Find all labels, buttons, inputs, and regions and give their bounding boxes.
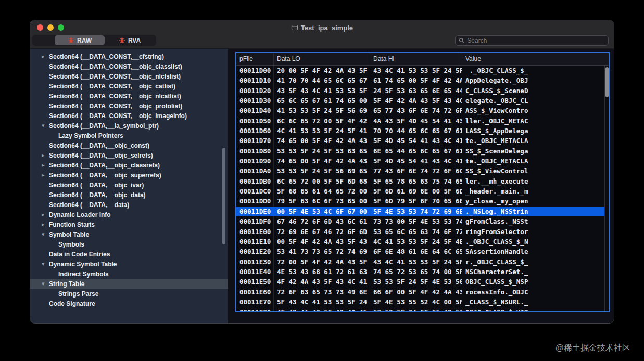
hex-row[interactable]: 00011DD079 5F 63 6C 6F 73 65 005F 6D 79 … <box>236 196 604 206</box>
sidebar-item[interactable]: Section64 (__DATA,__objc_const) <box>30 140 228 150</box>
chevron-right-icon[interactable]: ▸ <box>42 220 49 229</box>
hex-row[interactable]: 00011D9074 65 00 5F 4F 42 4A 435F 4D 45 … <box>236 156 604 166</box>
column-header-data-lo[interactable]: Data LO <box>274 53 370 65</box>
hex-row[interactable]: 00011D4041 53 53 5F 24 5F 56 6965 77 43 … <box>236 106 604 115</box>
hex-cell-lo: 4F 42 4A 43 5F 43 4C 41 <box>274 277 370 287</box>
hex-row[interactable]: 00011E6072 6F 63 65 73 73 49 6E66 6F 00 … <box>236 287 604 297</box>
sidebar-item[interactable]: ▾Dynamic Symbol Table <box>30 259 228 269</box>
sidebar-item[interactable]: Code Signature <box>30 299 228 308</box>
sidebar-item[interactable]: Section64 (__DATA_CONST,__objc_catlist) <box>30 81 228 91</box>
hex-row[interactable]: 00011E1000 5F 4F 42 4A 43 5F 434C 41 53 … <box>236 237 604 247</box>
tab-raw[interactable]: RAW <box>55 35 105 45</box>
column-header-value[interactable]: Value <box>462 53 609 65</box>
hex-row[interactable]: 00011E804F 42 4A 43 5F 43 4C 4153 53 5F … <box>236 307 604 311</box>
chevron-right-icon[interactable]: ▸ <box>42 170 49 180</box>
hex-row[interactable]: 00011DC05F 68 65 61 64 65 72 005F 6D 61 … <box>236 186 604 196</box>
window-titlebar[interactable]: Test_ipa_simple <box>30 20 614 35</box>
hex-cell-pfile: 00011D90 <box>236 156 274 166</box>
sidebar-item[interactable]: Data in Code Entries <box>30 249 228 259</box>
hex-cell-hi: 73 73 00 5F 4E 53 53 74 <box>370 216 462 226</box>
sidebar-item-label: Symbol Table <box>49 231 89 238</box>
sidebar-item[interactable]: ▾Symbol Table <box>30 229 228 239</box>
sidebar-item[interactable]: ▸Function Starts <box>30 220 228 229</box>
sidebar-item[interactable]: Section64 (__DATA_CONST,__objc_nlcatlist… <box>30 91 228 101</box>
column-header-data-hi[interactable]: Data HI <box>370 53 462 65</box>
sidebar-item[interactable]: ▸Section64 (__DATA_CONST,__cfstring) <box>30 51 228 61</box>
chevron-right-icon[interactable]: ▸ <box>42 160 49 170</box>
hex-row[interactable]: 00011DB06C 65 72 00 5F 5F 6D 685F 65 78 … <box>236 176 604 186</box>
hex-row[interactable]: 00011DA053 53 5F 24 5F 56 69 6577 43 6F … <box>236 166 604 176</box>
hex-row[interactable]: 00011D506C 6C 65 72 00 5F 4F 424A 43 5F … <box>236 116 604 126</box>
hex-cell-pfile: 00011E70 <box>236 297 274 307</box>
sidebar-item[interactable]: Strings Parse <box>30 289 228 299</box>
hex-row[interactable]: 00011DE000 5F 4E 53 4C 6F 67 005F 4E 53 … <box>236 207 604 216</box>
sidebar-item[interactable]: ▸Section64 (__DATA,__objc_superrefs) <box>30 170 228 180</box>
column-header-pfile[interactable]: pFile <box>236 53 274 65</box>
zoom-window-button[interactable] <box>58 24 64 31</box>
hex-row[interactable]: 00011E705F 43 4C 41 53 53 5F 245F 4E 53 … <box>236 297 604 307</box>
sidebar-item[interactable]: Section64 (__DATA,__objc_ivar) <box>30 180 228 190</box>
sidebar-item[interactable]: ▸Section64 (__DATA,__objc_selrefs) <box>30 150 228 160</box>
hex-cell-hi: 6F 6E 48 61 6E 64 6C 65 <box>370 247 462 256</box>
hex-row[interactable]: 00011DF067 46 72 6F 6D 43 6C 6173 73 00 … <box>236 216 604 226</box>
tab-label: RVA <box>128 37 141 44</box>
chevron-down-icon[interactable]: ▾ <box>42 121 49 131</box>
sidebar-item[interactable]: Section64 (__DATA,__data) <box>30 200 228 210</box>
hex-row[interactable]: 00011E3072 00 5F 4F 42 4A 43 5F43 4C 41 … <box>236 257 604 267</box>
sidebar-item[interactable]: Section64 (__DATA,__objc_data) <box>30 190 228 200</box>
hex-row[interactable]: 00011E2053 41 73 73 65 72 74 696F 6E 48 … <box>236 247 604 256</box>
sidebar-item[interactable]: ▾Section64 (__DATA,__la_symbol_ptr) <box>30 121 228 131</box>
sidebar-scrollbar[interactable] <box>222 148 225 244</box>
sidebar-item[interactable]: Section64 (__DATA_CONST,__objc_classlist… <box>30 61 228 71</box>
minimize-window-button[interactable] <box>47 24 54 31</box>
hex-row[interactable]: 00011E0072 69 6E 67 46 72 6F 6D53 65 6C … <box>236 227 604 237</box>
sidebar-item[interactable]: Lazy Symbol Pointers <box>30 131 228 140</box>
hex-cell-lo: 43 5F 43 4C 41 53 53 5F <box>274 86 370 96</box>
hex-cell-hi: 4C 41 53 53 5F 24 5F 4E <box>370 237 462 247</box>
hex-cell-hi: 5F 65 78 65 63 75 74 65 <box>370 176 462 186</box>
hex-row[interactable]: 00011E504F 42 4A 43 5F 43 4C 4153 53 5F … <box>236 277 604 287</box>
sidebar-item[interactable]: Section64 (__DATA_CONST,__objc_imageinfo… <box>30 111 228 121</box>
tab-rva[interactable]: RVA <box>105 35 155 45</box>
search-input[interactable] <box>467 37 605 44</box>
hex-row[interactable]: 00011D7074 65 00 5F 4F 42 4A 435F 4D 45 … <box>236 136 604 146</box>
chevron-right-icon[interactable]: ▸ <box>42 150 49 160</box>
search-field[interactable] <box>455 35 609 46</box>
hex-cell-value: AppDelegate._OBJ <box>462 75 604 85</box>
sidebar-item[interactable]: Indirect Symbols <box>30 269 228 279</box>
hex-cell-pfile: 00011E20 <box>236 247 274 256</box>
sidebar-item-label: Symbols <box>58 241 84 248</box>
hex-cell-value: LASS_$_AppDelega <box>462 126 604 136</box>
hex-row[interactable]: 00011D2043 5F 43 4C 41 53 53 5F24 5F 53 … <box>236 86 604 96</box>
hex-cell-lo: 00 5F 4E 53 4C 6F 67 00 <box>274 207 370 216</box>
hex-cell-pfile: 00011DB0 <box>236 176 274 186</box>
hex-row[interactable]: 00011D604C 41 53 53 5F 24 5F 4170 70 44 … <box>236 126 604 136</box>
hex-row[interactable]: 00011D0020 00 5F 4F 42 4A 43 5F43 4C 41 … <box>236 66 604 75</box>
chevron-down-icon[interactable]: ▾ <box>42 229 49 239</box>
sidebar-item[interactable]: ▾String Table <box>30 279 228 289</box>
chevron-down-icon[interactable]: ▾ <box>42 259 49 269</box>
hex-row[interactable]: 00011E404E 53 43 68 61 72 61 6374 65 72 … <box>236 267 604 277</box>
sidebar-item[interactable]: ▸Dynamic Loader Info <box>30 210 228 220</box>
chevron-right-icon[interactable]: ▸ <box>42 51 49 61</box>
sidebar-item[interactable]: Section64 (__DATA_CONST,__objc_nlclslist… <box>30 71 228 81</box>
sidebar-item-label: Section64 (__DATA_CONST,__objc_classlist… <box>49 63 182 70</box>
table-scrollbar[interactable] <box>604 66 609 311</box>
hex-cell-value: ringFromSelector <box>462 227 604 237</box>
hex-cell-pfile: 00011E10 <box>236 237 274 247</box>
hex-row[interactable]: 00011D8053 53 5F 24 5F 53 63 656E 65 44 … <box>236 146 604 156</box>
table-scrollbar-thumb[interactable] <box>605 67 609 97</box>
hex-row[interactable]: 00011D3065 6C 65 67 61 74 65 005F 4F 42 … <box>236 96 604 106</box>
chevron-down-icon[interactable]: ▾ <box>42 279 49 289</box>
sidebar-item[interactable]: Symbols <box>30 239 228 249</box>
sidebar-item-label: Section64 (__DATA,__objc_selrefs) <box>49 152 153 159</box>
hex-cell-lo: 00 5F 4F 42 4A 43 5F 43 <box>274 237 370 247</box>
hex-cell-lo: 72 6F 63 65 73 73 49 6E <box>274 287 370 297</box>
hex-cell-hi: 65 77 43 6F 6E 74 72 6F <box>370 106 462 115</box>
sidebar-item[interactable]: Section64 (__DATA_CONST,__objc_protolist… <box>30 101 228 111</box>
hex-row[interactable]: 00011D1041 70 70 44 65 6C 65 6761 74 65 … <box>236 75 604 85</box>
close-window-button[interactable] <box>37 24 43 31</box>
hex-cell-value: ._NSLog._NSStrin <box>462 207 604 216</box>
sidebar-item[interactable]: ▸Section64 (__DATA,__objc_classrefs) <box>30 160 228 170</box>
chevron-right-icon[interactable]: ▸ <box>42 210 49 220</box>
